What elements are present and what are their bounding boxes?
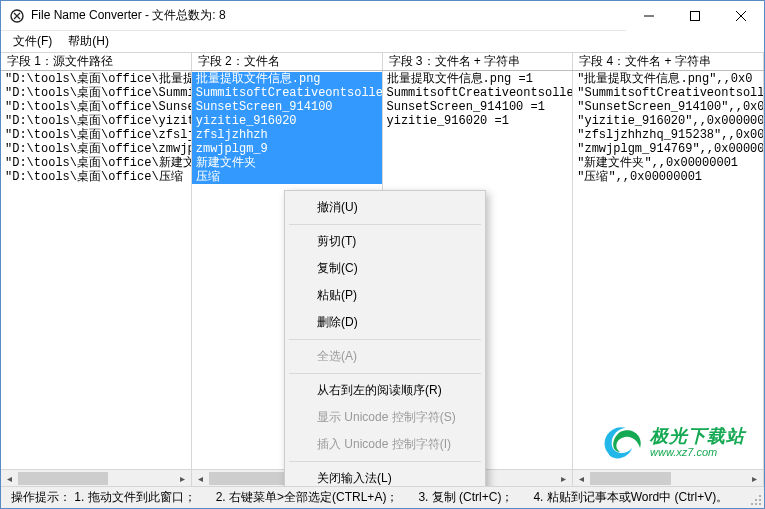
statusbar: 操作提示： 1. 拖动文件到此窗口； 2. 右键菜单>全部选定(CTRL+A)；… — [1, 486, 764, 508]
list-item[interactable]: SunsetScreen_914100 =1 — [383, 100, 573, 114]
svg-point-3 — [755, 499, 757, 501]
ctx-paste[interactable]: 粘贴(P) — [287, 282, 483, 309]
list-item[interactable]: "zfsljzhhzhq_915238",,0x000 — [573, 128, 763, 142]
status-seg-2: 2. 右键菜单>全部选定(CTRL+A)； — [206, 489, 409, 506]
header-col4[interactable]: 字段 4：文件名 + 字符串 — [573, 53, 764, 70]
scroll-track[interactable] — [590, 470, 746, 487]
list-item[interactable]: 压缩 — [192, 170, 382, 184]
menu-file[interactable]: 文件(F) — [5, 31, 60, 52]
scroll-right-icon[interactable]: ▸ — [555, 470, 572, 487]
list-item[interactable]: "D:\tools\桌面\office\压缩 — [1, 170, 191, 184]
columns-area: "D:\tools\桌面\office\批量提 "D:\tools\桌面\off… — [1, 71, 764, 486]
col4-hscrollbar[interactable]: ◂ ▸ — [573, 469, 763, 486]
list-item[interactable]: yizitie_916020 — [192, 114, 382, 128]
scroll-right-icon[interactable]: ▸ — [746, 470, 763, 487]
scroll-left-icon[interactable]: ◂ — [1, 470, 18, 487]
status-seg-1: 操作提示： 1. 拖动文件到此窗口； — [1, 489, 206, 506]
list-item[interactable]: 批量提取文件信息.png — [192, 72, 382, 86]
ctx-select-all[interactable]: 全选(A) — [287, 343, 483, 370]
maximize-button[interactable] — [672, 1, 718, 31]
menubar: 文件(F) 帮助(H) — [1, 31, 764, 53]
ctx-separator — [289, 461, 481, 462]
window-title: File Name Converter - 文件总数为: 8 — [31, 7, 226, 24]
svg-point-7 — [759, 503, 761, 505]
scroll-left-icon[interactable]: ◂ — [192, 470, 209, 487]
scroll-thumb[interactable] — [209, 472, 284, 485]
ctx-rtl-reading[interactable]: 从右到左的阅读顺序(R) — [287, 377, 483, 404]
list-item[interactable]: "D:\tools\桌面\office\SunsetS — [1, 100, 191, 114]
scroll-left-icon[interactable]: ◂ — [573, 470, 590, 487]
scroll-thumb[interactable] — [590, 472, 671, 485]
list-item[interactable]: SummitsoftCreativeontsollect — [192, 86, 382, 100]
ctx-undo[interactable]: 撤消(U) — [287, 194, 483, 221]
svg-point-4 — [759, 499, 761, 501]
ctx-close-ime[interactable]: 关闭输入法(L) — [287, 465, 483, 486]
ctx-copy[interactable]: 复制(C) — [287, 255, 483, 282]
svg-point-2 — [759, 495, 761, 497]
list-item[interactable]: 批量提取文件信息.png =1 — [383, 72, 573, 86]
list-item[interactable]: SunsetScreen_914100 — [192, 100, 382, 114]
ctx-separator — [289, 224, 481, 225]
ctx-separator — [289, 373, 481, 374]
col1: "D:\tools\桌面\office\批量提 "D:\tools\桌面\off… — [1, 71, 192, 486]
status-seg-4: 4. 粘贴到记事本或Word中 (Ctrl+V)。 — [523, 489, 738, 506]
context-menu: 撤消(U) 剪切(T) 复制(C) 粘贴(P) 删除(D) 全选(A) 从右到左… — [284, 190, 486, 486]
list-item[interactable]: SummitsoftCreativeontsollect — [383, 86, 573, 100]
list-item[interactable]: "D:\tools\桌面\office\新建文 — [1, 156, 191, 170]
list-item[interactable]: "D:\tools\桌面\office\zmwjplg — [1, 142, 191, 156]
col1-list[interactable]: "D:\tools\桌面\office\批量提 "D:\tools\桌面\off… — [1, 71, 191, 469]
list-item[interactable]: "D:\tools\桌面\office\yizitie — [1, 114, 191, 128]
col1-hscrollbar[interactable]: ◂ ▸ — [1, 469, 191, 486]
app-window: File Name Converter - 文件总数为: 8 文件(F) 帮助(… — [0, 0, 765, 509]
header-col3[interactable]: 字段 3：文件名 + 字符串 — [383, 53, 574, 70]
list-item[interactable]: "SunsetScreen_914100",,0x000 — [573, 100, 763, 114]
ctx-insert-unicode[interactable]: 插入 Unicode 控制字符(I) — [287, 431, 483, 458]
ctx-delete[interactable]: 删除(D) — [287, 309, 483, 336]
list-item[interactable]: "D:\tools\桌面\office\Summits — [1, 86, 191, 100]
scroll-thumb[interactable] — [18, 472, 108, 485]
list-item[interactable]: "zmwjplgm_914769",,0x000000 — [573, 142, 763, 156]
svg-rect-1 — [691, 11, 700, 20]
column-headers: 字段 1：源文件路径 字段 2：文件名 字段 3：文件名 + 字符串 字段 4：… — [1, 53, 764, 71]
list-item[interactable]: yizitie_916020 =1 — [383, 114, 573, 128]
menu-help[interactable]: 帮助(H) — [60, 31, 117, 52]
list-item[interactable]: 新建文件夹 — [192, 156, 382, 170]
svg-point-6 — [755, 503, 757, 505]
header-col2[interactable]: 字段 2：文件名 — [192, 53, 383, 70]
ctx-separator — [289, 339, 481, 340]
list-item[interactable]: zfsljzhhzh — [192, 128, 382, 142]
svg-point-5 — [751, 503, 753, 505]
col4: "批量提取文件信息.png",,0x0 "SummitsoftCreativeo… — [573, 71, 764, 486]
col4-list[interactable]: "批量提取文件信息.png",,0x0 "SummitsoftCreativeo… — [573, 71, 763, 469]
list-item[interactable]: "yizitie_916020",,0x0000000 — [573, 114, 763, 128]
scroll-right-icon[interactable]: ▸ — [174, 470, 191, 487]
status-seg-3: 3. 复制 (Ctrl+C)； — [408, 489, 523, 506]
app-icon — [9, 8, 25, 24]
list-item[interactable]: "D:\tools\桌面\office\zfsljzh — [1, 128, 191, 142]
list-item[interactable]: "D:\tools\桌面\office\批量提 — [1, 72, 191, 86]
scroll-track[interactable] — [18, 470, 174, 487]
list-item[interactable]: "新建文件夹",,0x00000001 — [573, 156, 763, 170]
list-item[interactable]: "批量提取文件信息.png",,0x0 — [573, 72, 763, 86]
resize-grip-icon[interactable] — [748, 492, 762, 506]
list-item[interactable]: zmwjplgm_9 — [192, 142, 382, 156]
titlebar: File Name Converter - 文件总数为: 8 — [1, 1, 764, 31]
close-button[interactable] — [718, 1, 764, 31]
header-col1[interactable]: 字段 1：源文件路径 — [1, 53, 192, 70]
list-item[interactable]: "压缩",,0x00000001 — [573, 170, 763, 184]
ctx-cut[interactable]: 剪切(T) — [287, 228, 483, 255]
list-item[interactable]: "SummitsoftCreativeontsollect — [573, 86, 763, 100]
ctx-show-unicode[interactable]: 显示 Unicode 控制字符(S) — [287, 404, 483, 431]
minimize-button[interactable] — [626, 1, 672, 31]
